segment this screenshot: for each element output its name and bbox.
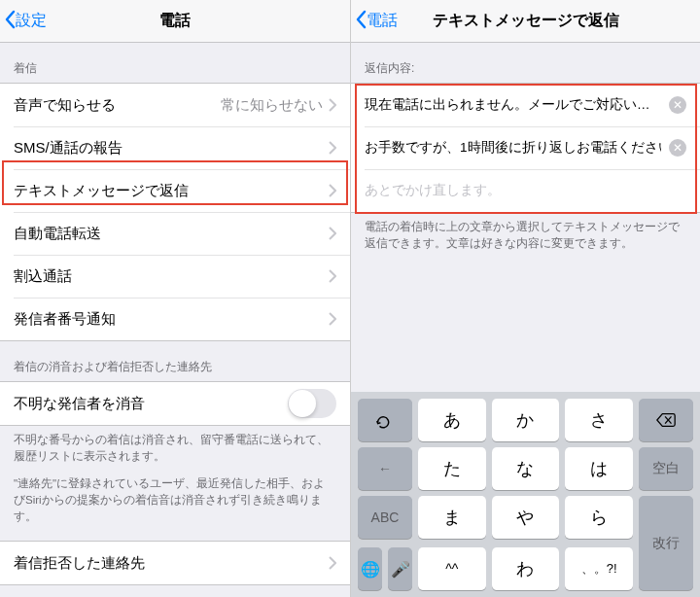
footnote-1: 不明な番号からの着信は消音され、留守番電話に送られて、履歴リストに表示されます。 (0, 426, 350, 466)
row-blocked-contacts[interactable]: 着信拒否した連絡先 (0, 542, 350, 584)
key-globe[interactable]: 🌐 (358, 547, 382, 590)
reply-text: 現在電話に出られません。メールでご対応いたしま… (365, 96, 661, 114)
row-sms-call-report[interactable]: SMS/通話の報告 (0, 126, 350, 169)
clear-icon[interactable]: ✕ (669, 96, 686, 114)
chevron-right-icon (329, 98, 336, 112)
reply-field-1[interactable]: 現在電話に出られません。メールでご対応いたしま… ✕ (351, 84, 700, 126)
back-button-right[interactable]: 電話 (351, 10, 398, 33)
group-silence: 不明な発信者を消音 (0, 381, 350, 426)
back-label: 電話 (367, 11, 398, 31)
row-caller-id[interactable]: 発信者番号通知 (0, 298, 350, 340)
row-label: 自動電話転送 (14, 225, 329, 243)
row-call-waiting[interactable]: 割込通話 (0, 255, 350, 298)
row-silence-unknown[interactable]: 不明な発信者を消音 (0, 382, 350, 425)
row-respond-with-text[interactable]: テキストメッセージで返信 (0, 169, 350, 212)
chevron-right-icon (329, 312, 336, 326)
chevron-right-icon (329, 227, 336, 240)
reply-placeholder: あとでかけ直します。 (365, 182, 686, 199)
chevron-right-icon (329, 184, 336, 197)
key-arrow-cycle[interactable] (358, 399, 412, 441)
row-label: 音声で知らせる (14, 96, 221, 115)
row-label: 発信者番号通知 (14, 310, 329, 329)
chevron-right-icon (329, 141, 336, 155)
toggle-silence-unknown[interactable] (288, 389, 336, 418)
key-ha[interactable]: は (565, 447, 633, 490)
group-incoming: 音声で知らせる 常に知らせない SMS/通話の報告 テキストメッセージで返信 自… (0, 83, 350, 341)
footnote-2: "連絡先"に登録されているユーザ、最近発信した相手、およびSiriからの提案から… (0, 466, 350, 526)
key-arrow-left[interactable]: ← (358, 447, 412, 490)
key-ma[interactable]: ま (418, 496, 486, 539)
reply-field-2[interactable]: お手数ですが、1時間後に折り返しお電話ください。 ✕ (351, 126, 700, 169)
chevron-left-icon (355, 10, 367, 33)
back-button-left[interactable]: 設定 (0, 10, 47, 33)
key-sa[interactable]: さ (565, 399, 633, 441)
reply-text: お手数ですが、1時間後に折り返しお電話ください。 (365, 139, 661, 157)
japanese-kana-keyboard[interactable]: あ か さ ← た な は 空白 (351, 392, 700, 597)
key-emoticon[interactable]: ^^ (418, 547, 486, 590)
key-na[interactable]: な (492, 447, 560, 490)
nav-title-right: テキストメッセージで返信 (351, 11, 700, 31)
nav-bar-right: 電話 テキストメッセージで返信 (351, 0, 700, 43)
nav-bar-left: 設定 電話 (0, 0, 350, 43)
group-replies: 現在電話に出られません。メールでご対応いたしま… ✕ お手数ですが、1時間後に折… (351, 83, 700, 213)
back-label: 設定 (16, 11, 47, 31)
respond-with-text-screen: 電話 テキストメッセージで返信 返信内容: 現在電話に出られません。メールでご対… (350, 0, 700, 597)
footnote-replies: 電話の着信時に上の文章から選択してテキストメッセージで返信できます。文章は好きな… (351, 213, 700, 253)
key-ta[interactable]: た (418, 447, 486, 490)
key-ra[interactable]: ら (565, 496, 633, 539)
key-ka[interactable]: か (492, 399, 560, 441)
section-header-replies: 返信内容: (351, 43, 700, 83)
key-mic[interactable]: 🎤 (388, 547, 412, 590)
row-label: SMS/通話の報告 (14, 139, 329, 158)
left-content: 着信 音声で知らせる 常に知らせない SMS/通話の報告 テキストメッセージで返… (0, 43, 350, 597)
chevron-right-icon (329, 556, 336, 570)
row-call-forwarding[interactable]: 自動電話転送 (0, 212, 350, 255)
chevron-left-icon (4, 10, 16, 33)
chevron-right-icon (329, 269, 336, 283)
reply-field-3[interactable]: あとでかけ直します。 (351, 169, 700, 212)
key-abc[interactable]: ABC (358, 496, 412, 539)
clear-icon[interactable]: ✕ (669, 139, 686, 157)
section-header-incoming: 着信 (0, 43, 350, 83)
key-a[interactable]: あ (418, 399, 486, 441)
row-detail: 常に知らせない (221, 96, 323, 115)
row-label: テキストメッセージで返信 (14, 182, 329, 200)
row-label: 割込通話 (14, 267, 329, 286)
nav-title-left: 電話 (0, 11, 350, 31)
key-wa[interactable]: わ (492, 547, 560, 590)
row-label: 着信拒否した連絡先 (14, 554, 329, 573)
key-ya[interactable]: や (492, 496, 560, 539)
group-blocked: 着信拒否した連絡先 (0, 541, 350, 585)
key-punct[interactable]: 、。?! (565, 547, 633, 590)
key-delete[interactable] (639, 399, 693, 441)
row-label: 不明な発信者を消音 (14, 395, 288, 413)
row-voice-announce[interactable]: 音声で知らせる 常に知らせない (0, 84, 350, 126)
key-space[interactable]: 空白 (639, 447, 693, 490)
settings-phone-screen: 設定 電話 着信 音声で知らせる 常に知らせない SMS/通話の報告 テキストメ… (0, 0, 350, 597)
section-header-silence: 着信の消音および着信拒否した連絡先 (0, 341, 350, 381)
